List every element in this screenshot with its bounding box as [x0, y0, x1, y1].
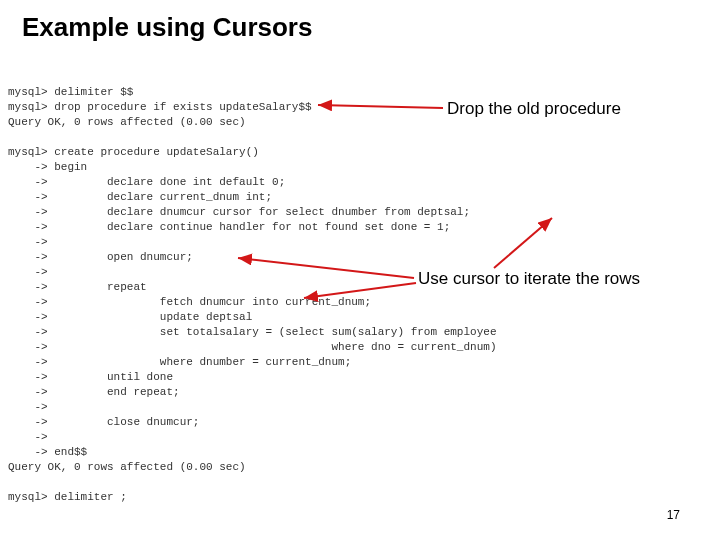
- svg-line-3: [304, 283, 416, 298]
- arrow-cursor-repeat: [0, 0, 720, 540]
- page-number: 17: [667, 508, 680, 522]
